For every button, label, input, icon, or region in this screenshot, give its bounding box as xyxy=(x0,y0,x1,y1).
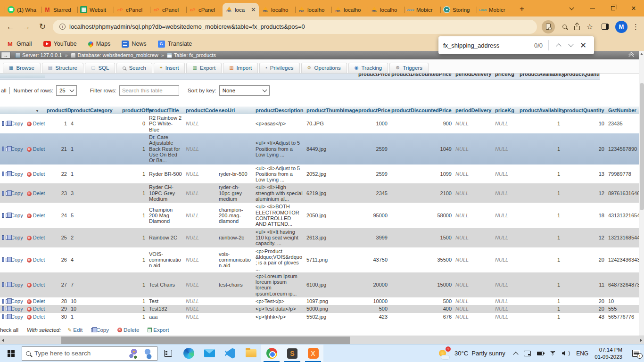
tab-close-icon[interactable]: ✕ xyxy=(251,7,256,13)
inline-edit-icon-clipped[interactable] xyxy=(2,172,4,176)
delete-icon[interactable] xyxy=(27,283,32,288)
inline-edit-icon-clipped[interactable] xyxy=(2,314,4,319)
delete-link[interactable]: Delete xyxy=(33,235,45,240)
column-header-productTitle[interactable]: productTitle xyxy=(147,107,184,114)
copy-icon[interactable] xyxy=(6,283,9,287)
delete-icon[interactable] xyxy=(27,122,32,126)
copy-link[interactable]: Copy xyxy=(11,190,23,196)
delete-link[interactable]: Delete xyxy=(33,213,45,218)
column-header-productCode[interactable]: productCode xyxy=(184,107,217,114)
horizontal-scrollbar[interactable] xyxy=(0,336,644,344)
column-header-productDiscountedPrice[interactable]: productDiscountedPrice xyxy=(389,107,454,114)
column-header-priceKg[interactable]: priceKg xyxy=(493,107,518,114)
tab-search-chevron-icon[interactable] xyxy=(561,0,582,16)
inline-edit-icon-clipped[interactable] xyxy=(2,147,4,151)
pma-tab-sql[interactable]: ▢SQL xyxy=(85,63,115,73)
delete-link[interactable]: Delete xyxy=(33,146,45,152)
delete-icon[interactable] xyxy=(27,172,32,177)
column-header-productThumbImage[interactable]: productThumbImage xyxy=(305,107,356,114)
browser-tab[interactable]: Storing xyxy=(440,3,477,16)
inline-edit-icon-clipped[interactable] xyxy=(2,257,4,262)
language-indicator[interactable]: ENG xyxy=(576,350,588,357)
back-icon[interactable]: ← xyxy=(5,22,16,32)
copy-icon[interactable] xyxy=(6,258,9,262)
edit-selected-button[interactable]: ✎Edit xyxy=(67,327,83,333)
side-panel-icon[interactable] xyxy=(602,24,609,30)
wifi-icon[interactable] xyxy=(550,351,556,356)
flower-doodle-icon[interactable] xyxy=(129,347,139,360)
touch-keyboard-icon[interactable] xyxy=(524,351,531,356)
copy-icon[interactable] xyxy=(6,307,9,311)
browser-tab[interactable]: MStarred xyxy=(41,3,77,16)
delete-link[interactable]: Delete xyxy=(33,298,45,304)
speaker-icon[interactable] xyxy=(562,351,567,356)
copy-icon[interactable] xyxy=(6,299,9,304)
taskbar-xampp-button[interactable]: X xyxy=(303,345,323,362)
copy-selected-button[interactable]: Copy xyxy=(91,327,109,333)
copy-icon[interactable] xyxy=(6,214,9,218)
bookmark-youtube[interactable]: YouTube xyxy=(43,41,77,47)
find-in-page-icon[interactable] xyxy=(542,20,555,33)
delete-link[interactable]: Delete xyxy=(33,314,45,320)
copy-icon[interactable] xyxy=(6,172,9,176)
browser-tab[interactable]: LOGOMobicr xyxy=(477,3,513,16)
export-selected-button[interactable]: Export xyxy=(148,327,169,333)
bookmark-translate[interactable]: GTranslate xyxy=(158,41,192,48)
zoom-icon[interactable] xyxy=(562,25,567,29)
taskbar-search-input[interactable] xyxy=(34,350,125,357)
browser-tab[interactable]: PMAloca✕ xyxy=(223,3,259,16)
inline-edit-icon-clipped[interactable] xyxy=(2,235,4,240)
show-all-label-clipped[interactable]: all xyxy=(1,88,7,93)
column-header-productID[interactable]: productID xyxy=(45,107,69,114)
forward-icon[interactable]: → xyxy=(21,22,32,32)
vertical-scroll-thumb[interactable] xyxy=(640,83,644,210)
column-options-icon[interactable]: ▼ xyxy=(35,109,39,113)
delete-icon[interactable] xyxy=(27,191,32,196)
delete-icon[interactable] xyxy=(27,258,32,263)
copy-link[interactable]: Copy xyxy=(11,314,23,320)
pma-tab-operations[interactable]: ⚙Operations xyxy=(301,63,347,73)
copy-icon[interactable] xyxy=(6,315,9,319)
check-all-link[interactable]: heck all xyxy=(0,327,18,333)
copy-link[interactable]: Copy xyxy=(11,235,23,240)
column-header-GstNumber[interactable]: GstNumber xyxy=(606,107,639,114)
close-button[interactable]: × xyxy=(623,0,644,16)
copy-icon[interactable] xyxy=(6,122,9,126)
copy-link[interactable]: Copy xyxy=(11,213,23,218)
bookmark-gmail[interactable]: MGmail xyxy=(7,41,32,48)
taskbar-edge-button[interactable] xyxy=(178,345,199,362)
find-close-icon[interactable]: ✕ xyxy=(577,39,589,51)
delete-icon[interactable] xyxy=(27,147,32,152)
profile-avatar[interactable]: M xyxy=(615,21,627,33)
inline-edit-icon-clipped[interactable] xyxy=(2,121,4,126)
delete-link[interactable]: Delete xyxy=(33,282,45,288)
inline-edit-icon-clipped[interactable] xyxy=(2,213,4,218)
pma-tab-import[interactable]: ▥Import xyxy=(223,63,258,73)
start-button[interactable] xyxy=(0,345,22,362)
browser-tab[interactable]: PMAlocalho xyxy=(295,3,331,16)
delete-link[interactable]: Delete xyxy=(33,190,45,196)
breadcrumb-table[interactable]: Table: fx_products xyxy=(174,52,216,58)
browser-tab[interactable]: cPcPanel xyxy=(114,3,150,16)
pma-tab-triggers[interactable]: ⚙Triggers xyxy=(389,63,429,73)
pma-tab-tracking[interactable]: ◉Tracking xyxy=(348,63,388,73)
pma-tab-search[interactable]: Search xyxy=(116,63,152,73)
taskbar-task-view-button[interactable] xyxy=(157,345,178,362)
browser-tab[interactable]: LOGOMobicr xyxy=(404,3,440,16)
delete-icon[interactable] xyxy=(27,299,32,304)
battery-icon[interactable] xyxy=(537,352,544,355)
flower-doodle-icon[interactable] xyxy=(143,347,153,360)
horizontal-scroll-thumb[interactable] xyxy=(61,337,350,344)
inline-edit-icon-clipped[interactable] xyxy=(2,306,4,311)
scroll-up-arrow-icon[interactable] xyxy=(640,53,643,55)
pma-tab-browse[interactable]: ▦Browse xyxy=(3,63,41,73)
taskbar-weather[interactable]: 1 30°C Partly sunny xyxy=(433,347,510,359)
pma-tab-structure[interactable]: ▤Structure xyxy=(42,63,83,73)
minimize-button[interactable] xyxy=(582,0,603,16)
scroll-left-arrow-icon[interactable] xyxy=(2,338,4,342)
pma-tab-export[interactable]: ▥Export xyxy=(186,63,222,73)
find-next-icon[interactable] xyxy=(565,39,577,51)
taskbar-search[interactable] xyxy=(22,346,157,361)
scroll-right-arrow-icon[interactable] xyxy=(640,338,642,342)
copy-link[interactable]: Copy xyxy=(11,298,23,304)
